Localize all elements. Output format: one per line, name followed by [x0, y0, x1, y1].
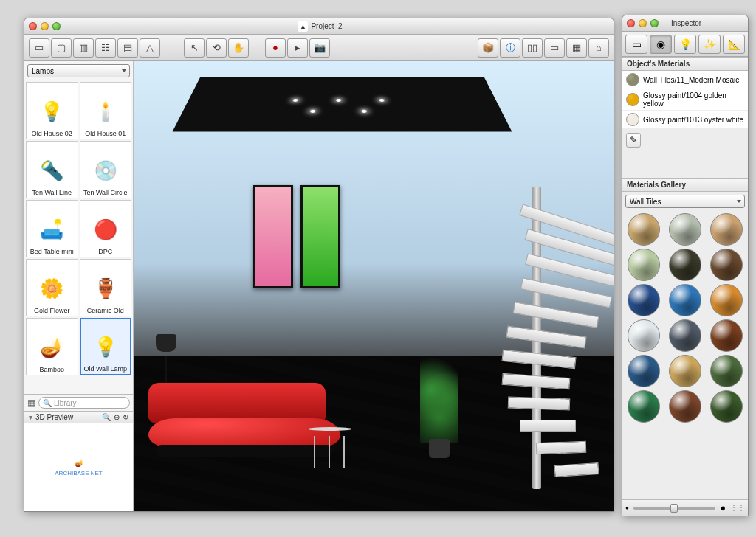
inspector-tab-effects[interactable]: ✨	[698, 35, 721, 54]
material-name: Glossy paint/1004 golden yellow	[643, 91, 744, 108]
preview-3d[interactable]: 🪔 ARCHIBASE NET	[24, 423, 133, 511]
inspector-tab-properties[interactable]: ▭	[625, 35, 647, 54]
reset-zoom-icon[interactable]: ↻	[123, 413, 128, 421]
main-titlebar[interactable]: ▲ Project_2	[24, 18, 614, 35]
material-ball-icon	[669, 390, 701, 423]
library-item-label: Old Wall Lamp	[83, 365, 129, 373]
roof-tool-button[interactable]: △	[140, 38, 160, 58]
build-tools-group: ▭ ▢ ▥ ☷ ▤ △	[29, 38, 160, 58]
preview-label: 3D Preview	[35, 413, 73, 421]
material-swatch[interactable]	[707, 284, 746, 316]
library-item[interactable]: 🔴DPC	[80, 200, 132, 257]
inspector-titlebar[interactable]: Inspector	[622, 15, 748, 32]
room-tool-button[interactable]: ▭	[29, 38, 49, 58]
viewport-3d[interactable]	[134, 61, 614, 511]
preview-header[interactable]: ▾ 3D Preview 🔍 ⊖ ↻	[24, 411, 133, 423]
material-swatch[interactable]	[625, 319, 663, 352]
materials-swatch-grid	[622, 209, 748, 499]
columns-toggle-icon[interactable]: ▦	[27, 398, 35, 408]
library-item[interactable]: 🛋️Bed Table mini	[26, 200, 78, 257]
object-materials-header: Object's Materials	[622, 57, 748, 71]
material-ball-icon	[710, 319, 743, 352]
inspector-tab-materials[interactable]: ◉	[650, 35, 672, 54]
material-swatch[interactable]	[707, 213, 746, 246]
library-thumb-icon: 💿	[89, 153, 123, 187]
library-search[interactable]: 🔍 Library	[38, 397, 130, 409]
play-button[interactable]: ▸	[287, 38, 308, 58]
category-dropdown[interactable]: Lamps	[27, 64, 130, 77]
materials-gallery-header: Materials Gallery	[622, 178, 748, 192]
material-swatch[interactable]	[625, 249, 663, 281]
single-view-button[interactable]: ▭	[544, 38, 565, 58]
material-ball-icon	[628, 284, 660, 316]
material-swatch[interactable]	[666, 284, 704, 316]
library-item-label: Old House 02	[28, 130, 76, 137]
record-button[interactable]: ●	[265, 38, 286, 58]
material-swatch[interactable]	[666, 355, 704, 387]
window-tool-button[interactable]: ▥	[73, 38, 94, 58]
furniture-tool-button[interactable]: ☷	[95, 38, 116, 58]
material-row[interactable]: Wall Tiles/11_Modern Mosaic	[622, 71, 748, 89]
library-item[interactable]: 🕯️Old House 01	[80, 82, 132, 139]
material-swatch[interactable]	[625, 355, 663, 387]
box-3d-button[interactable]: 📦	[478, 38, 498, 58]
gallery-category-dropdown[interactable]: Wall Tiles	[625, 195, 745, 208]
inspector-minimize-button[interactable]	[639, 19, 647, 27]
zoom-in-icon[interactable]: 🔍	[102, 413, 111, 421]
library-item[interactable]: 🌼Gold Flower	[26, 259, 78, 316]
wall-tool-button[interactable]: ▤	[117, 38, 138, 58]
inspector-tab-light[interactable]: 💡	[674, 35, 696, 54]
library-item[interactable]: 💿Ten Wall Circle	[80, 141, 132, 198]
material-swatch-icon	[626, 73, 639, 86]
material-ball-icon	[710, 355, 743, 387]
library-item[interactable]: 💡Old Wall Lamp	[80, 318, 132, 375]
material-swatch[interactable]	[707, 390, 746, 423]
scene-artwork-2	[300, 185, 340, 288]
material-row[interactable]: Glossy paint/1013 oyster white	[622, 111, 748, 129]
main-toolbar: ▭ ▢ ▥ ☷ ▤ △ ↖ ⟲ ✋ ● ▸ 📷 📦 ⓘ ▯▯ ▭ ▦ ⌂	[24, 35, 614, 61]
search-icon: 🔍	[43, 399, 52, 407]
resize-grip-icon[interactable]: ⋮⋮	[730, 504, 745, 512]
rotate-tool-button[interactable]: ⟲	[206, 38, 227, 58]
disclosure-icon: ▾	[29, 413, 32, 421]
slider-thumb[interactable]	[670, 504, 678, 513]
material-swatch[interactable]	[666, 319, 704, 352]
material-swatch[interactable]	[625, 213, 663, 246]
inspector-zoom-button[interactable]	[650, 19, 659, 27]
zoom-out-icon[interactable]: ⊖	[114, 413, 120, 421]
material-row[interactable]: Glossy paint/1004 golden yellow	[622, 89, 748, 111]
inspector-tab-dimensions[interactable]: 📐	[723, 35, 745, 54]
object-materials-label: Object's Materials	[627, 60, 690, 68]
material-swatch[interactable]	[666, 213, 704, 246]
camera-button[interactable]: 📷	[309, 38, 330, 58]
material-swatch[interactable]	[707, 249, 746, 281]
info-button[interactable]: ⓘ	[500, 38, 520, 58]
zoom-button[interactable]	[52, 22, 61, 30]
close-button[interactable]	[29, 22, 37, 30]
material-swatch[interactable]	[707, 319, 746, 352]
inspector-title: Inspector	[659, 19, 714, 27]
material-swatch[interactable]	[666, 249, 704, 281]
material-swatch[interactable]	[707, 355, 746, 387]
library-item[interactable]: 🔦Ten Wall Line	[26, 141, 78, 198]
grid-view-button[interactable]: ▦	[566, 38, 587, 58]
inspector-close-button[interactable]	[627, 19, 635, 27]
home-view-button[interactable]: ⌂	[588, 38, 609, 58]
material-ball-icon	[669, 355, 701, 387]
swatch-size-slider[interactable]	[633, 507, 715, 510]
material-swatch[interactable]	[625, 390, 663, 423]
pointer-tool-button[interactable]: ↖	[184, 38, 205, 58]
hand-tool-button[interactable]: ✋	[228, 38, 249, 58]
library-item[interactable]: 🪔Bamboo	[26, 318, 78, 375]
eyedropper-button[interactable]: ✎	[626, 133, 641, 148]
material-swatch[interactable]	[666, 390, 704, 423]
door-tool-button[interactable]: ▢	[51, 38, 72, 58]
minimize-button[interactable]	[41, 22, 49, 30]
material-swatch[interactable]	[625, 284, 663, 316]
material-swatch-icon	[626, 113, 639, 126]
split-view-button[interactable]: ▯▯	[522, 38, 543, 58]
library-item[interactable]: 🏺Ceramic Old	[80, 259, 132, 316]
material-ball-icon	[628, 249, 660, 281]
library-item[interactable]: 💡Old House 02	[26, 82, 78, 139]
material-name: Glossy paint/1013 oyster white	[643, 116, 743, 124]
